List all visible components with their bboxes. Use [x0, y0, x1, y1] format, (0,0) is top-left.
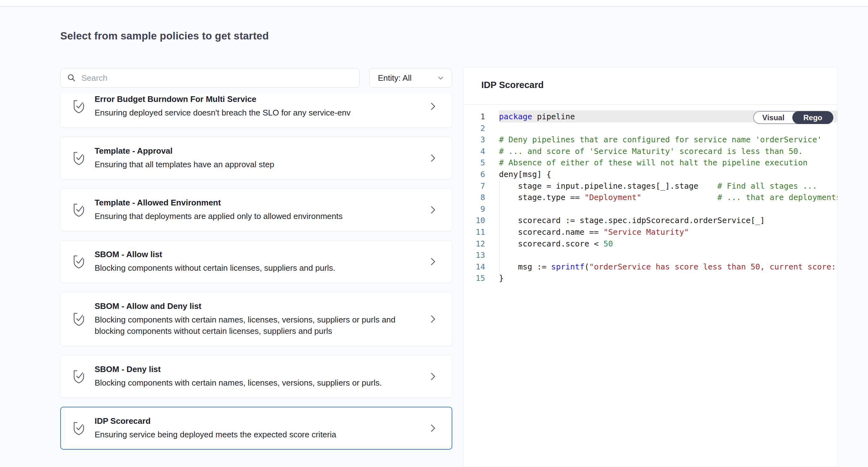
policy-card[interactable]: SBOM - Deny list Blocking components wit… — [60, 355, 452, 398]
page-title: Select from sample policies to get start… — [60, 30, 269, 42]
policy-card-text: Error Budget Burndown For Multi Service … — [95, 94, 421, 118]
policy-card-title: SBOM - Allow and Deny list — [95, 301, 421, 311]
policy-card-title: SBOM - Allow list — [95, 250, 421, 259]
policy-card-title: Error Budget Burndown For Multi Service — [95, 94, 421, 104]
chevron-right-icon — [427, 314, 438, 324]
code-line: stage.type == "Deployment" # ... that ar… — [499, 192, 838, 203]
policy-card-text: SBOM - Allow and Deny list Blocking comp… — [95, 301, 421, 337]
line-number: 11 — [464, 226, 485, 238]
editor-mode-toggle: Visual Rego — [753, 111, 833, 124]
code-line: scorecard.score < 50 — [499, 238, 613, 250]
policy-card-title: IDP Scorecard — [95, 416, 421, 426]
policy-card-description: Ensuring deployed service doesn't breach… — [95, 107, 412, 118]
shield-check-icon — [72, 369, 86, 384]
line-number: 12 — [464, 238, 485, 250]
rego-code-editor: Visual Rego 1package pipeline23# Deny pi… — [464, 105, 837, 467]
code-line: package pipeline — [499, 111, 575, 122]
chevron-right-icon — [427, 423, 438, 434]
search-input[interactable] — [82, 73, 353, 83]
line-number: 5 — [464, 157, 485, 169]
policy-list: Error Budget Burndown For Multi Service … — [60, 94, 452, 467]
chevron-right-icon — [427, 256, 438, 267]
policy-card-text: IDP Scorecard Ensuring service being dep… — [95, 416, 421, 440]
code-line: # Deny pipelines that are configured for… — [499, 134, 822, 145]
shield-check-icon — [72, 99, 86, 114]
line-number: 6 — [464, 169, 485, 180]
line-number: 10 — [464, 214, 485, 226]
line-number: 3 — [464, 134, 485, 145]
shield-check-icon — [72, 202, 86, 217]
chevron-right-icon — [427, 101, 438, 112]
top-bar — [0, 0, 868, 7]
code-line: scorecard.name == "Service Maturity" — [499, 226, 689, 238]
chevron-down-icon — [436, 74, 445, 82]
line-number: 13 — [464, 249, 485, 261]
code-line: scorecard := stage.spec.idpScorecard.ord… — [499, 214, 765, 226]
line-number: 14 — [464, 261, 485, 273]
line-number: 4 — [464, 145, 485, 157]
policy-card[interactable]: Template - Approval Ensuring that all te… — [60, 137, 452, 179]
line-number: 2 — [464, 122, 485, 134]
shield-check-icon — [72, 312, 86, 327]
policy-card-title: Template - Allowed Environment — [95, 198, 421, 207]
code-line: } — [499, 272, 504, 284]
policy-card-description: Ensuring that deployments are applied on… — [95, 210, 412, 222]
policy-card-description: Blocking components without certain lice… — [95, 262, 412, 273]
line-number: 1 — [464, 111, 485, 122]
code-line: stage = input.pipeline.stages[_].stage #… — [499, 180, 817, 192]
policy-card-title: Template - Approval — [95, 146, 421, 155]
policy-card-description: Ensuring that all templates have an appr… — [95, 159, 412, 170]
code-line: deny[msg] { — [499, 169, 551, 180]
line-number: 9 — [464, 203, 485, 215]
shield-check-icon — [72, 254, 86, 269]
policy-card-description: Blocking components with certain names, … — [95, 377, 412, 388]
chevron-right-icon — [427, 371, 438, 382]
policy-card-description: Blocking components with certain names, … — [95, 314, 412, 337]
policy-card[interactable]: Template - Allowed Environment Ensuring … — [60, 188, 452, 231]
search-icon — [67, 73, 76, 83]
policy-card-description: Ensuring service being deployed meets th… — [95, 429, 412, 440]
visual-mode-button[interactable]: Visual — [754, 112, 793, 123]
line-number: 7 — [464, 180, 485, 192]
shield-check-icon — [72, 420, 86, 436]
code-line: # ... and score of 'Service Maturity' sc… — [499, 145, 803, 157]
rego-mode-button[interactable]: Rego — [792, 111, 833, 124]
line-number: 15 — [464, 272, 485, 284]
preview-title: IDP Scorecard — [481, 80, 544, 90]
chevron-right-icon — [427, 204, 438, 215]
entity-filter-label: Entity: All — [378, 73, 412, 83]
entity-filter-dropdown[interactable]: Entity: All — [369, 68, 452, 88]
policy-card-text: Template - Approval Ensuring that all te… — [95, 146, 421, 170]
search-box[interactable] — [60, 68, 360, 88]
code-line: # Absence of either of these will not ha… — [499, 157, 807, 169]
policy-card-text: SBOM - Allow list Blocking components wi… — [95, 250, 421, 273]
policy-card[interactable]: SBOM - Allow list Blocking components wi… — [60, 240, 452, 283]
policy-card-title: SBOM - Deny list — [95, 364, 421, 374]
policy-card-text: SBOM - Deny list Blocking components wit… — [95, 364, 421, 388]
policy-card[interactable]: Error Budget Burndown For Multi Service … — [60, 94, 452, 128]
policy-card-text: Template - Allowed Environment Ensuring … — [95, 198, 421, 222]
shield-check-icon — [72, 150, 86, 166]
line-number: 8 — [464, 192, 485, 203]
policy-preview-panel: IDP Scorecard Visual Rego 1package pipel… — [463, 67, 838, 467]
chevron-right-icon — [427, 153, 438, 164]
policy-card[interactable]: SBOM - Allow and Deny list Blocking comp… — [60, 292, 452, 346]
policy-card[interactable]: IDP Scorecard Ensuring service being dep… — [60, 407, 452, 450]
code-line: msg := sprintf("orderService has score l… — [499, 261, 838, 273]
